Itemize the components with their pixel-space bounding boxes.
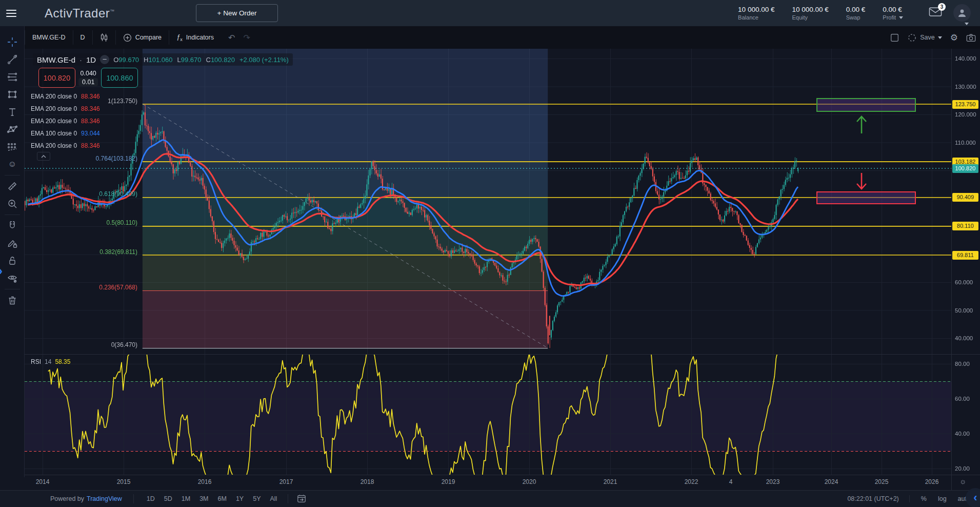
rsi-pane-canvas[interactable]	[25, 354, 951, 475]
trademark: ™	[110, 9, 115, 14]
fib-level-label[interactable]: 0.618(90.409)	[30, 190, 137, 198]
price-level-badge: 80.110	[952, 222, 978, 230]
price-tick: 50.000	[955, 307, 973, 314]
spread-value: 0.040	[81, 70, 96, 77]
time-tick: 2024	[825, 478, 838, 485]
interval-button[interactable]: D	[73, 30, 93, 45]
sell-quote-button[interactable]: 100.820	[38, 68, 75, 88]
time-tick: 2021	[604, 478, 617, 485]
timeframe-switcher: 1D5D1M3M6M1Y5YAll	[133, 494, 281, 503]
avatar-caret-icon	[965, 23, 969, 25]
indicator-row[interactable]: EMA 200 close 088.346	[31, 140, 100, 152]
timeframe-3m[interactable]: 3M	[196, 494, 212, 503]
timeframe-6m[interactable]: 6M	[214, 494, 230, 503]
magnet-tool[interactable]	[0, 217, 25, 235]
fib-level-label[interactable]: 0.382(69.811)	[30, 248, 137, 256]
rectangle-tool[interactable]	[0, 86, 25, 103]
time-tick: 2020	[523, 478, 536, 485]
app-logo: ActivTrader™	[45, 6, 115, 21]
timeframe-1m[interactable]: 1M	[178, 494, 194, 503]
save-caret-icon	[938, 36, 942, 39]
collapse-panel-icon[interactable]: ‹	[966, 488, 980, 507]
account-stat: 10 000.00 €Balance	[738, 6, 774, 21]
measure-ruler-tool[interactable]	[0, 178, 25, 195]
timeframe-5d[interactable]: 5D	[161, 494, 176, 503]
timeframe-1d[interactable]: 1D	[143, 494, 158, 503]
indicator-row[interactable]: EMA 200 close 088.346	[31, 115, 100, 127]
camera-icon[interactable]	[966, 33, 976, 42]
up-arrow-drawing[interactable]	[854, 114, 869, 135]
tradingview-link[interactable]: TradingView	[87, 495, 122, 502]
mail-icon[interactable]: 3	[929, 6, 942, 19]
indicator-row[interactable]: EMA 200 close 088.346	[31, 103, 100, 115]
chart-style-button[interactable]	[93, 30, 116, 45]
pane-divider[interactable]	[25, 354, 980, 355]
bottom-bar: Powered by TradingView 1D5D1M3M6M1Y5YAll…	[0, 490, 980, 507]
trend-line-tool[interactable]	[0, 51, 25, 68]
emoji-tool[interactable]: ☺	[0, 155, 25, 173]
remove-all-drawings-tool[interactable]	[0, 291, 25, 309]
long-target-box[interactable]	[816, 98, 916, 112]
down-arrow-drawing[interactable]	[854, 171, 869, 191]
price-level-badge: 100.820	[952, 164, 978, 173]
fib-level-label[interactable]: 0.764(103.182)	[30, 155, 137, 162]
main-chart-canvas[interactable]	[25, 49, 951, 354]
timeframe-5y[interactable]: 5Y	[249, 494, 264, 503]
chart-legend[interactable]: BMW.GE-d · 1D – O99.670 H101.060 L99.670…	[33, 53, 293, 66]
activtrader-app: ActivTrader™ + New Order 10 000.00 €Bala…	[0, 0, 980, 507]
time-tick: 2016	[198, 478, 212, 485]
account-stats: 10 000.00 €Balance10 000.00 €Equity0.00 …	[738, 0, 903, 26]
timeframe-all[interactable]: All	[267, 494, 281, 503]
indicators-button[interactable]: ƒx Indicators	[169, 30, 221, 45]
crosshair-tool[interactable]	[0, 33, 25, 51]
forecast-tool[interactable]	[0, 138, 25, 155]
collapse-symbol-icon[interactable]: –	[100, 55, 109, 64]
fib-level-label[interactable]: 0.236(57.068)	[30, 284, 137, 291]
account-stat[interactable]: 0.00 €Profit	[883, 6, 903, 21]
axis-settings-icon[interactable]: ☼	[959, 477, 967, 485]
rsi-tick: 40.00	[955, 431, 970, 437]
top-account-bar: ActivTrader™ + New Order 10 000.00 €Bala…	[0, 0, 980, 26]
fib-level-label[interactable]: 0(36.470)	[30, 341, 137, 348]
rsi-value: 58.35	[55, 358, 70, 365]
price-level-badge: 123.750	[952, 100, 978, 109]
settings-gear-icon[interactable]: ⚙	[950, 32, 958, 43]
buy-quote-button[interactable]: 100.860	[101, 68, 138, 88]
avatar[interactable]	[953, 4, 971, 22]
save-layout-button[interactable]: Save	[907, 33, 942, 42]
fx-icon: ƒx	[176, 33, 183, 42]
time-tick: 2019	[442, 478, 455, 485]
time-tick: 2014	[36, 478, 50, 485]
undo-icon[interactable]: ↶	[228, 33, 235, 43]
fib-level-label[interactable]: 1(123.750)	[30, 98, 137, 105]
mail-badge: 3	[938, 3, 946, 11]
new-order-button[interactable]: + New Order	[196, 4, 278, 22]
redo-icon[interactable]: ↷	[243, 33, 250, 43]
rsi-tick: 80.00	[955, 361, 970, 367]
zoom-in-tool[interactable]	[0, 195, 25, 212]
compare-plus-icon	[123, 33, 132, 42]
go-to-date-icon[interactable]	[288, 494, 307, 503]
menu-icon[interactable]	[6, 10, 16, 17]
log-scale-toggle[interactable]: log	[938, 495, 947, 502]
xabcd-pattern-tool[interactable]	[0, 121, 25, 138]
indicator-row[interactable]: EMA 100 close 093.044	[31, 127, 100, 140]
compare-button[interactable]: Compare	[116, 30, 169, 45]
rsi-legend[interactable]: RSI 14 58.35	[31, 358, 70, 365]
object-tree-flyout-icon[interactable]: ›	[0, 264, 3, 278]
drawing-sync-lock-tool[interactable]	[0, 235, 25, 252]
hide-all-drawings-tool[interactable]	[0, 269, 25, 287]
time-axis-divider	[25, 475, 980, 475]
layout-select-icon[interactable]	[890, 33, 899, 42]
spread: 0.040 0.01	[78, 70, 98, 86]
fib-retracement-tool[interactable]	[0, 68, 25, 86]
rsi-tick: 60.00	[955, 396, 970, 402]
lock-all-drawings-tool[interactable]	[0, 252, 25, 269]
price-tick: 40.000	[955, 335, 973, 341]
timeframe-1y[interactable]: 1Y	[232, 494, 247, 503]
text-tool[interactable]	[0, 103, 25, 121]
percent-scale-toggle[interactable]: %	[921, 495, 927, 502]
short-target-box[interactable]	[816, 191, 916, 204]
symbol-search[interactable]: BMW.GE-D	[25, 30, 73, 45]
fib-level-label[interactable]: 0.5(80.110)	[30, 219, 137, 226]
